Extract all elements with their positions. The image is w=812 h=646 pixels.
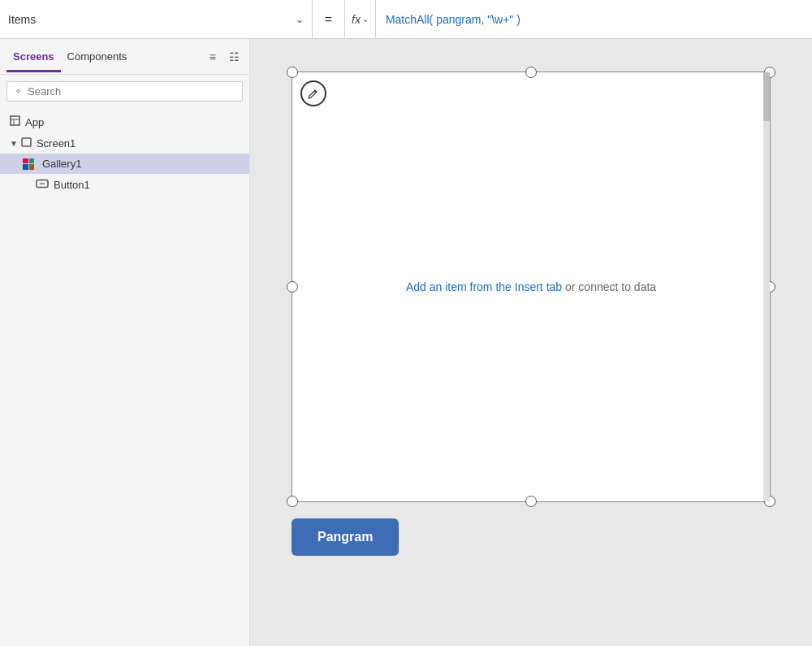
- button1-icon: [36, 178, 49, 191]
- sidebar-tab-icons: ≡ ☷: [206, 49, 243, 65]
- gallery-placeholder: Add an item from the Insert tab or conne…: [406, 280, 656, 293]
- screen-icon: [21, 137, 32, 150]
- property-dropdown[interactable]: Items: [8, 13, 292, 26]
- canvas-area: Add an item from the Insert tab or conne…: [250, 39, 812, 646]
- svg-rect-0: [11, 116, 19, 125]
- formula-input[interactable]: MatchAll( pangram, "\w+" ): [376, 13, 812, 26]
- gallery-edit-button[interactable]: [300, 80, 326, 106]
- formula-fx-area[interactable]: fx ⌄: [345, 0, 376, 38]
- tree-item-app[interactable]: App: [0, 111, 249, 132]
- pangram-button[interactable]: Pangram: [292, 518, 399, 556]
- handle-middle-left[interactable]: [287, 281, 298, 293]
- tree-item-gallery1-label: Gallery1: [42, 158, 81, 170]
- pencil-icon: [308, 88, 319, 99]
- list-view-icon[interactable]: ≡: [206, 49, 219, 65]
- sidebar: Screens Components ≡ ☷ ⚬ App: [0, 39, 250, 646]
- formula-bar-equals: =: [313, 0, 345, 38]
- handle-bottom-left[interactable]: [287, 496, 298, 507]
- app-icon: [10, 115, 20, 128]
- svg-rect-3: [22, 138, 31, 146]
- tree-item-screen1[interactable]: ▼ Screen1: [0, 132, 249, 154]
- canvas-content: Add an item from the Insert tab or conne…: [292, 72, 771, 556]
- component-tree: App ▼ Screen1 Gallery1: [0, 108, 249, 198]
- tree-item-screen1-label: Screen1: [37, 137, 76, 150]
- tree-item-button1-label: Button1: [54, 179, 90, 191]
- tree-item-button1[interactable]: Button1: [0, 174, 249, 195]
- main-layout: Screens Components ≡ ☷ ⚬ App: [0, 39, 812, 646]
- formula-bar-property[interactable]: Items ⌄: [0, 0, 313, 38]
- tab-components[interactable]: Components: [61, 47, 134, 66]
- sidebar-tabs: Screens Components ≡ ☷: [0, 39, 249, 75]
- property-dropdown-arrow[interactable]: ⌄: [296, 14, 304, 25]
- handle-bottom-center[interactable]: [525, 496, 537, 507]
- tree-item-app-label: App: [25, 116, 44, 128]
- fx-label: fx: [352, 13, 361, 26]
- tab-screens[interactable]: Screens: [6, 47, 61, 66]
- gallery-icon: [23, 158, 34, 170]
- search-box[interactable]: ⚬: [6, 81, 243, 102]
- fx-chevron-icon[interactable]: ⌄: [362, 15, 369, 24]
- search-icon: ⚬: [14, 85, 23, 98]
- grid-view-icon[interactable]: ☷: [226, 49, 243, 65]
- gallery-container: Add an item from the Insert tab or conne…: [292, 72, 771, 502]
- tree-item-gallery1[interactable]: Gallery1: [0, 154, 249, 174]
- screen1-expand-icon[interactable]: ▼: [10, 139, 18, 148]
- gallery-selection-box[interactable]: Add an item from the Insert tab or conne…: [292, 72, 771, 502]
- formula-bar: Items ⌄ = fx ⌄ MatchAll( pangram, "\w+" …: [0, 0, 812, 39]
- handle-top-center[interactable]: [525, 67, 537, 78]
- search-input[interactable]: [28, 85, 235, 98]
- handle-top-left[interactable]: [287, 67, 298, 78]
- gallery-scrollbar[interactable]: [763, 72, 770, 501]
- gallery-scrollbar-thumb[interactable]: [763, 72, 770, 121]
